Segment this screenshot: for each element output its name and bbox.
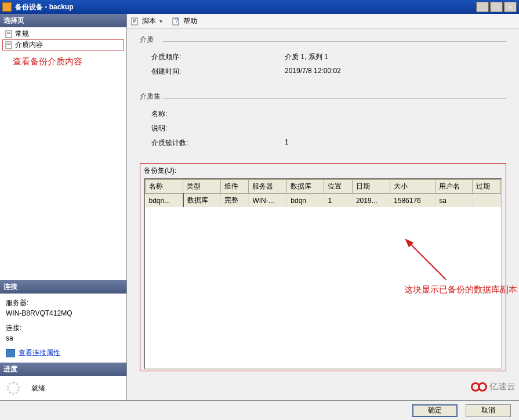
close-button[interactable]: ×: [504, 2, 517, 12]
col-position[interactable]: 位置: [324, 180, 352, 194]
cell-server: WIN-...: [249, 194, 287, 208]
col-name[interactable]: 名称: [146, 180, 183, 194]
col-size[interactable]: 大小: [390, 180, 435, 194]
dropdown-icon: ▼: [158, 19, 164, 24]
maximize-button[interactable]: □: [490, 2, 503, 12]
svg-text:?: ?: [175, 17, 179, 25]
app-icon: [2, 2, 12, 12]
tree-item-general[interactable]: 常规: [2, 28, 124, 39]
watermark-text: 亿速云: [489, 381, 516, 392]
col-expire[interactable]: 过期: [473, 180, 501, 194]
col-date[interactable]: 日期: [352, 180, 390, 194]
name-label: 名称:: [151, 109, 285, 119]
cell-database: bdqn: [287, 194, 324, 208]
page-icon: [5, 30, 13, 38]
cell-name: bdqn...: [146, 194, 183, 208]
tree-label: 常规: [15, 29, 29, 39]
media-fieldset: 介质 介质顺序: 介质 1, 系列 1 创建时间: 2019/7/8 12:00…: [140, 35, 506, 82]
server-label: 服务器:: [6, 298, 121, 308]
family-value: 1: [285, 138, 506, 148]
tree-label: 介质内容: [15, 40, 43, 50]
backupset-label: 备份集(U):: [144, 166, 502, 176]
desc-label: 说明:: [151, 124, 285, 133]
titlebar-text: 备份设备 - backup: [15, 2, 476, 12]
cell-position: 1: [324, 194, 352, 208]
script-label: 脚本: [142, 16, 156, 26]
svg-rect-4: [7, 43, 10, 44]
minimize-button[interactable]: _: [476, 2, 489, 12]
toolbar: 脚本 ▼ ? 帮助: [127, 14, 519, 29]
cell-size: 1586176: [390, 194, 435, 208]
media-created-value: 2019/7/8 12:00:02: [285, 67, 506, 77]
spinner-icon: [7, 382, 20, 394]
server-value: WIN-B8RVQT412MQ: [6, 309, 121, 317]
properties-icon: [6, 349, 15, 357]
backupset-table: 名称 类型 组件 服务器 数据库 位置 日期 大小 用户名 过期: [145, 179, 501, 207]
annotation-view-backup: 查看备份介质内容: [2, 50, 124, 70]
svg-rect-2: [7, 33, 10, 34]
select-page-header: 选择页: [0, 14, 126, 27]
media-seq-value: 介质 1, 系列 1: [285, 52, 506, 62]
help-icon: ?: [172, 17, 181, 26]
conn-value: sa: [6, 334, 121, 342]
media-seq-label: 介质顺序:: [151, 52, 285, 62]
cell-component: 完整: [220, 194, 248, 208]
watermark: 亿速云: [471, 381, 516, 392]
connection-header: 连接: [0, 280, 126, 294]
window-controls: _ □ ×: [476, 2, 517, 12]
help-label: 帮助: [183, 16, 197, 26]
annotation-backup-copy: 这块显示已备份的数据库副本: [404, 284, 517, 295]
link-text: 查看连接属性: [19, 348, 60, 358]
watermark-icon: [471, 382, 487, 392]
cell-user: sa: [435, 194, 473, 208]
cell-type: 数据库: [183, 194, 221, 208]
view-connection-link[interactable]: 查看连接属性: [6, 348, 121, 358]
dialog-footer: 确定 取消: [0, 400, 519, 420]
cell-date: 2019...: [352, 194, 390, 208]
svg-rect-5: [7, 44, 10, 45]
cancel-button[interactable]: 取消: [466, 404, 511, 417]
conn-label: 连接:: [6, 323, 121, 333]
desc-value: [285, 124, 506, 133]
col-component[interactable]: 组件: [220, 180, 248, 194]
media-created-label: 创建时间:: [151, 67, 285, 77]
tree-item-media-content[interactable]: 介质内容: [2, 39, 124, 50]
col-database[interactable]: 数据库: [287, 180, 324, 194]
name-value: [285, 109, 506, 119]
sidebar: 选择页 常规 介质内容 查看备份介质内容 连接 服务器: WIN-B8RVQT4…: [0, 14, 126, 400]
page-tree: 常规 介质内容 查看备份介质内容: [0, 27, 126, 236]
table-row[interactable]: bdqn... 数据库 完整 WIN-... bdqn 1 2019... 15…: [146, 194, 501, 208]
progress-header: 进度: [0, 363, 126, 376]
script-button[interactable]: 脚本 ▼: [130, 16, 164, 26]
titlebar: 备份设备 - backup _ □ ×: [0, 0, 519, 14]
page-icon: [5, 41, 13, 49]
script-icon: [130, 17, 140, 26]
cell-expire: [473, 194, 501, 208]
progress-status: 就绪: [31, 383, 45, 393]
svg-rect-3: [6, 42, 12, 49]
help-button[interactable]: ? 帮助: [172, 16, 197, 26]
table-header-row: 名称 类型 组件 服务器 数据库 位置 日期 大小 用户名 过期: [146, 180, 501, 194]
family-label: 介质簇计数:: [151, 138, 285, 148]
backupset-table-wrap[interactable]: 名称 类型 组件 服务器 数据库 位置 日期 大小 用户名 过期: [144, 178, 502, 370]
col-server[interactable]: 服务器: [249, 180, 287, 194]
backupset-box: 备份集(U): 名称 类型 组件 服务器 数据库 位置 日期: [140, 163, 506, 371]
svg-rect-0: [6, 31, 12, 38]
svg-rect-6: [132, 18, 137, 25]
col-user[interactable]: 用户名: [435, 180, 473, 194]
mediaset-fieldset: 介质集 名称: 说明: 介质簇计数: 1: [140, 92, 506, 154]
ok-button[interactable]: 确定: [412, 404, 458, 417]
content-pane: 脚本 ▼ ? 帮助 介质 介质顺序: 介质 1, 系列 1 创建时间:: [126, 14, 519, 400]
svg-rect-1: [7, 32, 10, 32]
col-type[interactable]: 类型: [183, 180, 221, 194]
